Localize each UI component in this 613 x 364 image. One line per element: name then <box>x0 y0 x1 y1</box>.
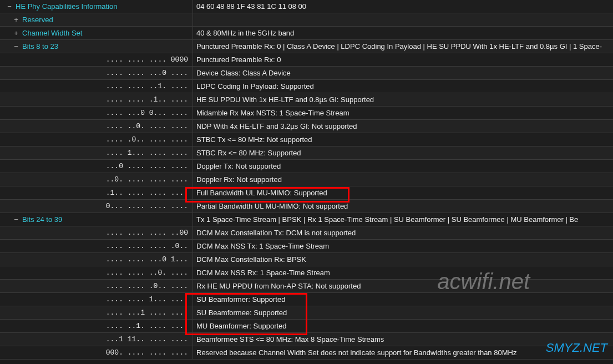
tree-row[interactable]: −Bits 24 to 39Tx 1 Space-Time Stream | B… <box>0 213 613 226</box>
bitmask-label: .... 1... .... .... <box>0 146 192 159</box>
field-value: DCM Max NSS Tx: 1 Space-Time Stream <box>193 240 613 252</box>
field-value: Doppler Rx: Not supported <box>193 173 613 186</box>
bitmask-label: .... .... ...0 .... <box>0 67 192 79</box>
tree-row[interactable]: +Reserved <box>0 13 613 27</box>
bitmask-label: 0... .... .... .... <box>0 200 192 213</box>
tree-row[interactable]: +Channel Width Set40 & 80MHz in the 5GHz… <box>0 27 613 40</box>
field-value: MU Beamformer: Supported <box>193 320 613 332</box>
tree-row[interactable]: ...0 .... .... ....Doppler Tx: Not suppo… <box>0 160 613 173</box>
bitmask-label: .... ...1 .... .... <box>0 306 192 319</box>
tree-row[interactable]: .... 1... .... ....STBC Rx <= 80 MHz: Su… <box>0 146 613 160</box>
field-value: Midamble Rx Max NSTS: 1 Space-Time Strea… <box>193 107 613 119</box>
field-value: SU Beamformer: Supported <box>193 293 613 306</box>
field-value: Punctured Preamble Rx: 0 | Class A Devic… <box>193 40 613 53</box>
watermark-text: SMYZ.NET <box>546 341 607 355</box>
bitmask-label: .1.. .... .... .... <box>0 186 192 199</box>
field-value: Partial Bandwidth UL MU-MIMO: Not suppor… <box>193 200 613 213</box>
row-left-cell: +Channel Width Set <box>0 27 193 39</box>
row-left-cell: .... .... 1... .... <box>0 293 193 306</box>
bitmask-label: .... .... ...0 1... <box>0 253 192 266</box>
field-value: STBC Rx <= 80 MHz: Supported <box>193 146 613 159</box>
row-left-cell: .... 1... .... .... <box>0 146 193 159</box>
field-value: SU Beamformee: Supported <box>193 306 613 319</box>
row-left-cell: .... .... ...0 1... <box>0 253 193 266</box>
tree-row[interactable]: .... ..0. .... ....NDP With 4x HE-LTF an… <box>0 120 613 133</box>
bitmask-label: .... ...0 0... .... <box>0 107 192 119</box>
field-value: LDPC Coding In Payload: Supported <box>193 80 613 93</box>
tree-row[interactable]: −HE Phy Capabilities Information04 60 48… <box>0 0 613 13</box>
expand-icon[interactable]: + <box>12 27 20 39</box>
row-left-cell: .... .... .1.. .... <box>0 93 193 106</box>
watermark-text: acwifi.net <box>437 269 530 294</box>
field-value: Rx HE MU PPDU from Non-AP STA: Not suppo… <box>193 280 613 292</box>
row-left-cell: .1.. .... .... .... <box>0 186 193 199</box>
tree-row[interactable]: .... ...1 .... ....SU Beamformee: Suppor… <box>0 306 613 320</box>
field-value: NDP With 4x HE-LTF and 3.2µs GI: Not sup… <box>193 120 613 133</box>
row-left-cell: .... ...1 .... .... <box>0 306 193 319</box>
tree-row[interactable]: .... .... ...0 ....Device Class: Class A… <box>0 67 613 80</box>
tree-row[interactable]: .... ...0 0... ....Midamble Rx Max NSTS:… <box>0 107 613 120</box>
tree-row[interactable]: ..0. .... .... ....Doppler Rx: Not suppo… <box>0 173 613 186</box>
row-left-cell: .... ...0 0... .... <box>0 107 193 119</box>
bitmask-label: .... .... 1... .... <box>0 293 192 306</box>
bitmask-label: .... .... .... .0.. <box>0 240 192 252</box>
collapse-icon[interactable]: − <box>6 0 13 13</box>
field-label: Reserved <box>20 13 53 26</box>
row-left-cell: .... .... ..0. .... <box>0 266 193 279</box>
row-left-cell: .... .... .... 0000 <box>0 53 193 66</box>
field-value: STBC Tx <= 80 MHz: Not supported <box>193 133 613 146</box>
row-left-cell: .... .... .... .0.. <box>0 240 193 252</box>
row-left-cell: .... .... .... ..00 <box>0 226 193 239</box>
tree-row[interactable]: .... ..1. .... ....MU Beamformer: Suppor… <box>0 320 613 333</box>
row-left-cell: ..0. .... .... .... <box>0 173 193 186</box>
bitmask-label: .... .... ..1. .... <box>0 80 192 93</box>
bitmask-label: .... .... .0.. .... <box>0 280 192 292</box>
field-value: DCM Max NSS Rx: 1 Space-Time Stream <box>193 266 613 279</box>
bitmask-label: .... ..1. .... .... <box>0 320 192 332</box>
bitmask-label: 000. .... .... .... <box>0 346 192 359</box>
field-label: Bits 8 to 23 <box>20 40 58 53</box>
tree-row[interactable]: .... .... 1... ....SU Beamformer: Suppor… <box>0 293 613 306</box>
row-left-cell: 000. .... .... .... <box>0 346 193 359</box>
collapse-icon[interactable]: − <box>12 213 20 226</box>
expand-icon[interactable]: + <box>12 13 20 26</box>
tree-row[interactable]: 000. .... .... ....Reserved because Chan… <box>0 346 613 360</box>
tree-row[interactable]: 0... .... .... ....Partial Bandwidth UL … <box>0 200 613 213</box>
tree-row[interactable]: .... .... .... .0..DCM Max NSS Tx: 1 Spa… <box>0 240 613 253</box>
tree-row[interactable]: ...1 11.. .... ....Beamformee STS <= 80 … <box>0 333 613 346</box>
row-left-cell: .... ..1. .... .... <box>0 320 193 332</box>
field-value: Tx 1 Space-Time Stream | BPSK | Rx 1 Spa… <box>193 213 613 226</box>
tree-row[interactable]: −Bits 8 to 23Punctured Preamble Rx: 0 | … <box>0 40 613 53</box>
field-value: Doppler Tx: Not supported <box>193 160 613 173</box>
row-left-cell: 0... .... .... .... <box>0 200 193 213</box>
field-value: 04 60 48 88 1F 43 81 1C 11 08 00 <box>193 0 613 13</box>
tree-row[interactable]: .... .... ...0 1...DCM Max Constellation… <box>0 253 613 266</box>
field-value: Full Bandwidth UL MU-MIMO: Supported <box>193 186 613 199</box>
field-value: Device Class: Class A Device <box>193 67 613 79</box>
bitmask-label: ..0. .... .... .... <box>0 173 192 186</box>
bitmask-label: .... .... .... 0000 <box>0 53 192 66</box>
row-left-cell: ...0 .... .... .... <box>0 160 193 173</box>
row-left-cell: ...1 11.. .... .... <box>0 333 193 346</box>
row-left-cell: .... .... .0.. .... <box>0 280 193 292</box>
collapse-icon[interactable]: − <box>12 40 20 53</box>
bitmask-label: .... .... .1.. .... <box>0 93 192 106</box>
field-label: Channel Width Set <box>20 27 82 39</box>
tree-row[interactable]: .... .0.. .... ....STBC Tx <= 80 MHz: No… <box>0 133 613 146</box>
tree-row[interactable]: .... .... ..1. ....LDPC Coding In Payloa… <box>0 80 613 93</box>
bitmask-label: ...0 .... .... .... <box>0 160 192 173</box>
tree-row[interactable]: .... .... .... ..00DCM Max Constellation… <box>0 226 613 240</box>
tree-row[interactable]: .... .... .1.. ....HE SU PPDU With 1x HE… <box>0 93 613 107</box>
tree-row[interactable]: .1.. .... .... ....Full Bandwidth UL MU-… <box>0 186 613 200</box>
row-left-cell: .... .0.. .... .... <box>0 133 193 146</box>
field-value <box>193 13 613 26</box>
field-label: HE Phy Capabilities Information <box>13 0 118 13</box>
row-left-cell: −Bits 24 to 39 <box>0 213 193 226</box>
bitmask-label: ...1 11.. .... .... <box>0 333 192 346</box>
field-value: 40 & 80MHz in the 5GHz band <box>193 27 613 39</box>
bitmask-label: .... ..0. .... .... <box>0 120 192 133</box>
row-left-cell: +Reserved <box>0 13 193 26</box>
field-value: HE SU PPDU With 1x HE-LTF and 0.8µs GI: … <box>193 93 613 106</box>
tree-row[interactable]: .... .... .... 0000Punctured Preamble Rx… <box>0 53 613 67</box>
row-left-cell: −HE Phy Capabilities Information <box>0 0 193 13</box>
